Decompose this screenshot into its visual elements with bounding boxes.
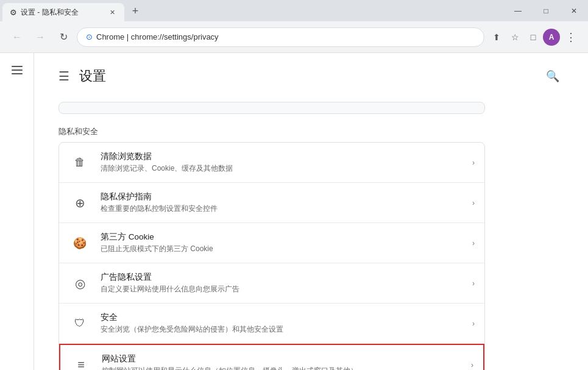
third-party-cookie-title: 第三方 Cookie xyxy=(101,232,467,243)
window-minimize-button[interactable]: — xyxy=(504,0,532,21)
ad-privacy-text: 广告隐私设置 自定义要让网站使用什么信息向您展示广告 xyxy=(101,272,467,294)
settings-content: ☰ 设置 🔍 隐私和安全 🗑 清除浏览数据 清除浏览记录、Cookie、缓存及其… xyxy=(34,53,588,370)
active-tab[interactable]: ⚙ 设置 - 隐私和安全 ✕ xyxy=(2,3,124,21)
share-button[interactable]: ⬆ xyxy=(488,29,505,46)
window-controls: — □ ✕ xyxy=(504,0,588,21)
chrome-logo-icon: ⊙ xyxy=(86,32,93,41)
new-tab-button[interactable]: + xyxy=(127,2,144,20)
privacy-guide-arrow: › xyxy=(472,199,475,207)
settings-card: 🗑 清除浏览数据 清除浏览记录、Cookie、缓存及其他数据 › ⊕ 隐私保护指… xyxy=(58,142,485,370)
clear-browsing-subtitle: 清除浏览记录、Cookie、缓存及其他数据 xyxy=(101,163,467,174)
third-party-cookie-subtitle: 已阻止无痕模式下的第三方 Cookie xyxy=(101,244,467,254)
third-party-cookie-icon: 🍪 xyxy=(69,232,91,254)
profile-avatar[interactable]: A xyxy=(543,29,560,46)
section-title: 隐私和安全 xyxy=(58,126,564,137)
window-close-button[interactable]: ✕ xyxy=(560,0,588,21)
site-settings-subtitle: 控制网站可以使用和显示什么信息（如位置信息、摄像头、弹出式窗口及其他） xyxy=(102,366,466,370)
extensions-button[interactable]: □ xyxy=(525,29,542,46)
settings-item-ad-privacy[interactable]: ◎ 广告隐私设置 自定义要让网站使用什么信息向您展示广告 › xyxy=(59,263,484,304)
sidebar-menu-button[interactable] xyxy=(5,58,29,82)
clear-browsing-arrow: › xyxy=(472,158,475,167)
forward-button[interactable]: → xyxy=(30,27,50,47)
chrome-menu-button[interactable]: ⋮ xyxy=(561,27,581,47)
site-settings-icon: ≡ xyxy=(70,354,92,371)
security-arrow: › xyxy=(472,319,475,328)
settings-item-third-party-cookie[interactable]: 🍪 第三方 Cookie 已阻止无痕模式下的第三方 Cookie › xyxy=(59,223,484,263)
back-button[interactable]: ← xyxy=(7,27,27,47)
settings-item-security[interactable]: 🛡 安全 安全浏览（保护您免受危险网站的侵害）和其他安全设置 › xyxy=(59,304,484,344)
tab-close-button[interactable]: ✕ xyxy=(107,7,117,17)
addressbar: ← → ↻ ⊙ Chrome | chrome://settings/priva… xyxy=(0,21,588,53)
tab-title: 设置 - 隐私和安全 xyxy=(21,7,79,18)
reload-button[interactable]: ↻ xyxy=(54,27,73,47)
ad-privacy-subtitle: 自定义要让网站使用什么信息向您展示广告 xyxy=(101,284,467,294)
ad-privacy-icon: ◎ xyxy=(69,272,91,294)
window-maximize-button[interactable]: □ xyxy=(532,0,560,21)
clear-browsing-text: 清除浏览数据 清除浏览记录、Cookie、缓存及其他数据 xyxy=(101,151,467,174)
hamburger-line-2 xyxy=(12,69,23,71)
site-settings-arrow: › xyxy=(471,361,473,369)
settings-item-clear-browsing[interactable]: 🗑 清除浏览数据 清除浏览记录、Cookie、缓存及其他数据 › xyxy=(59,143,484,183)
sidebar xyxy=(0,53,34,370)
tab-settings-icon: ⚙ xyxy=(10,8,17,17)
tab-area: ⚙ 设置 - 隐私和安全 ✕ + xyxy=(0,0,144,21)
site-settings-title: 网站设置 xyxy=(102,354,466,365)
search-button[interactable]: 🔍 xyxy=(542,65,564,87)
titlebar: ⚙ 设置 - 隐私和安全 ✕ + — □ ✕ xyxy=(0,0,588,21)
security-subtitle: 安全浏览（保护您免受危险网站的侵害）和其他安全设置 xyxy=(101,324,467,335)
security-title: 安全 xyxy=(101,312,467,323)
ad-privacy-arrow: › xyxy=(472,279,475,288)
settings-item-privacy-guide[interactable]: ⊕ 隐私保护指南 检查重要的隐私控制设置和安全控件 › xyxy=(59,183,484,223)
address-actions: ⬆ ☆ □ A ⋮ xyxy=(488,27,581,47)
privacy-guide-title: 隐私保护指南 xyxy=(101,191,467,202)
third-party-cookie-text: 第三方 Cookie 已阻止无痕模式下的第三方 Cookie xyxy=(101,232,467,254)
privacy-guide-icon: ⊕ xyxy=(69,192,91,214)
bookmark-button[interactable]: ☆ xyxy=(506,29,523,46)
security-icon: 🛡 xyxy=(69,313,91,335)
settings-item-site-settings[interactable]: ≡ 网站设置 控制网站可以使用和显示什么信息（如位置信息、摄像头、弹出式窗口及其… xyxy=(59,344,484,370)
security-text: 安全 安全浏览（保护您免受危险网站的侵害）和其他安全设置 xyxy=(101,312,467,335)
clear-browsing-icon: 🗑 xyxy=(69,152,91,174)
privacy-guide-subtitle: 检查重要的隐私控制设置和安全控件 xyxy=(101,204,467,214)
header-menu-icon[interactable]: ☰ xyxy=(58,69,69,84)
clear-browsing-title: 清除浏览数据 xyxy=(101,151,467,162)
ad-privacy-title: 广告隐私设置 xyxy=(101,272,467,283)
header-row: ☰ 设置 🔍 xyxy=(58,65,564,87)
hamburger-line-1 xyxy=(12,66,23,67)
privacy-guide-text: 隐私保护指南 检查重要的隐私控制设置和安全控件 xyxy=(101,191,467,214)
partial-card xyxy=(58,102,485,114)
address-bar[interactable]: ⊙ Chrome | chrome://settings/privacy xyxy=(77,27,484,47)
hamburger-line-3 xyxy=(12,73,23,74)
third-party-cookie-arrow: › xyxy=(472,239,475,247)
page-title: 设置 xyxy=(79,67,106,85)
address-text: Chrome | chrome://settings/privacy xyxy=(96,32,475,41)
site-settings-text: 网站设置 控制网站可以使用和显示什么信息（如位置信息、摄像头、弹出式窗口及其他） xyxy=(102,354,466,370)
main-area: ☰ 设置 🔍 隐私和安全 🗑 清除浏览数据 清除浏览记录、Cookie、缓存及其… xyxy=(0,53,588,370)
